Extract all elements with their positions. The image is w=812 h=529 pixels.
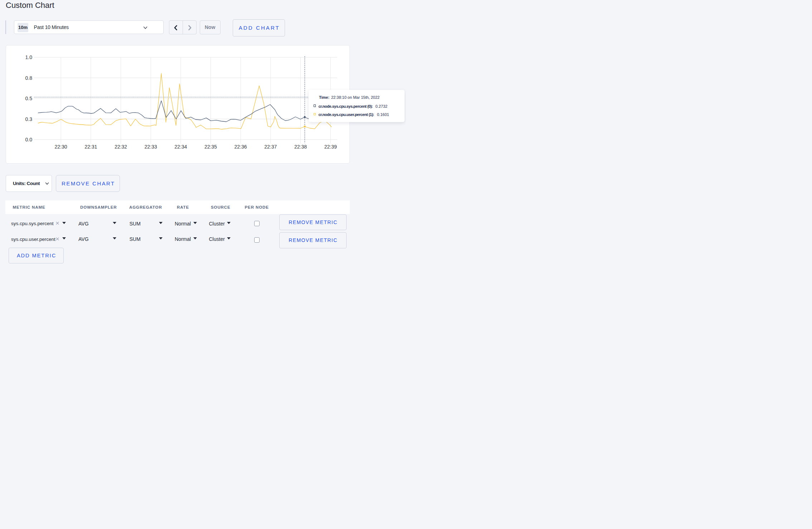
svg-text:0.3: 0.3: [25, 116, 33, 122]
svg-text:22:33: 22:33: [145, 144, 157, 150]
svg-text:0.0: 0.0: [25, 137, 33, 142]
svg-text:22:39: 22:39: [324, 144, 337, 150]
svg-text:22:32: 22:32: [115, 144, 127, 150]
svg-text:22:34: 22:34: [174, 144, 187, 150]
svg-text:1.0: 1.0: [25, 54, 33, 60]
svg-text:22:31: 22:31: [84, 144, 97, 150]
svg-text:0.5: 0.5: [25, 96, 33, 101]
svg-text:0.8: 0.8: [25, 75, 33, 81]
svg-text:22:36: 22:36: [235, 144, 247, 150]
svg-text:22:38: 22:38: [294, 144, 307, 150]
svg-text:22:35: 22:35: [204, 144, 217, 150]
svg-text:22:37: 22:37: [264, 144, 277, 150]
svg-text:22:30: 22:30: [54, 144, 67, 150]
